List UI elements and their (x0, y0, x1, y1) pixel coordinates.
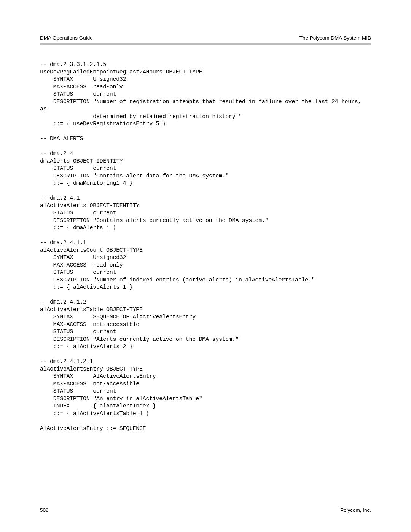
header-right-title: The Polycom DMA System MIB (299, 35, 371, 41)
page-header: DMA Operations Guide The Polycom DMA Sys… (40, 35, 371, 41)
company-name: Polycom, Inc. (340, 507, 371, 513)
header-left-title: DMA Operations Guide (40, 35, 93, 41)
header-divider (40, 43, 371, 45)
page-number: 508 (40, 507, 49, 513)
page-footer: 508 Polycom, Inc. (40, 507, 371, 513)
mib-code-block: -- dma.2.3.3.1.2.1.5 useDevRegFailedEndp… (40, 61, 371, 432)
